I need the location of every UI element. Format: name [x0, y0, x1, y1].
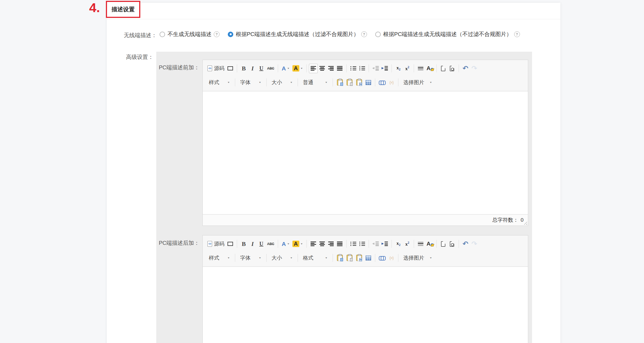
- numbered-list-button[interactable]: [358, 239, 366, 249]
- italic-button[interactable]: I: [248, 239, 257, 249]
- align-left-button[interactable]: [309, 239, 318, 249]
- toolbar-separator: [375, 254, 375, 262]
- radio-icon-selected[interactable]: [228, 32, 233, 37]
- background-color-button[interactable]: A▼: [291, 64, 304, 73]
- align-justify-button[interactable]: [335, 239, 344, 249]
- new-page-button[interactable]: [439, 64, 448, 73]
- undo-button[interactable]: ↶: [461, 239, 470, 249]
- remove-format-button[interactable]: A: [425, 239, 434, 249]
- source-button[interactable]: <>源码: [206, 239, 226, 249]
- editor-toolbar: <>源码 B I U ABC A▼ A▼: [203, 60, 528, 91]
- new-page-button[interactable]: [439, 239, 448, 249]
- font-dropdown[interactable]: 字体▼: [237, 253, 264, 263]
- size-dropdown[interactable]: 大小▼: [269, 253, 295, 263]
- text-color-button[interactable]: A▼: [280, 239, 291, 249]
- paste-text-button[interactable]: [345, 78, 354, 87]
- size-dropdown[interactable]: 大小▼: [269, 78, 295, 87]
- editor-content-area[interactable]: [203, 267, 528, 343]
- superscript-button[interactable]: x2: [403, 64, 412, 73]
- editor-toolbar: <>源码 B I U ABC A▼ A▼: [203, 235, 528, 267]
- help-icon[interactable]: ?: [361, 31, 367, 37]
- paste-button[interactable]: [335, 253, 345, 263]
- toolbar-separator: [414, 64, 414, 72]
- align-center-button[interactable]: [318, 239, 327, 249]
- help-icon[interactable]: ?: [214, 31, 220, 37]
- radio-icon[interactable]: [375, 32, 381, 37]
- preview-button[interactable]: [448, 64, 456, 73]
- indent-button[interactable]: [380, 64, 389, 73]
- bold-button[interactable]: B: [239, 239, 248, 249]
- maximize-icon: [228, 242, 233, 246]
- style-dropdown[interactable]: 样式▼: [206, 78, 233, 87]
- paragraph-format-dropdown[interactable]: 普通▼: [300, 78, 330, 87]
- unlink-button[interactable]: (×): [387, 253, 396, 263]
- italic-button[interactable]: I: [248, 64, 257, 73]
- paragraph-format-dropdown[interactable]: 格式▼: [300, 253, 330, 263]
- style-dropdown[interactable]: 样式▼: [206, 253, 233, 263]
- strikethrough-button[interactable]: ABC: [266, 64, 276, 73]
- link-button[interactable]: [377, 78, 387, 87]
- radio-label: 不生成无线端描述: [168, 31, 212, 38]
- font-dropdown[interactable]: 字体▼: [237, 78, 264, 87]
- chevron-down-icon: ▼: [325, 257, 328, 259]
- outdent-button[interactable]: [371, 239, 380, 249]
- maximize-button[interactable]: [226, 64, 235, 73]
- redo-button[interactable]: ↷: [470, 239, 479, 249]
- paste-word-button[interactable]: W: [354, 78, 364, 87]
- outdent-icon: [372, 242, 379, 246]
- radio-option-generate-unfiltered[interactable]: 根据PC端描述生成无线端描述（不过滤不合规图片） ?: [375, 31, 520, 38]
- strikethrough-button[interactable]: ABC: [266, 239, 276, 249]
- source-button[interactable]: <>源码: [206, 64, 226, 73]
- horizontal-rule-button[interactable]: [416, 239, 425, 249]
- subscript-button[interactable]: x2: [394, 239, 403, 249]
- paste-icon: [337, 255, 343, 261]
- subscript-button[interactable]: x2: [394, 64, 403, 73]
- toolbar-separator: [436, 64, 437, 72]
- paste-text-button[interactable]: [345, 253, 354, 263]
- maximize-button[interactable]: [226, 239, 235, 249]
- chevron-down-icon: ▼: [259, 81, 261, 83]
- numbered-list-icon: [359, 242, 365, 246]
- align-justify-button[interactable]: [335, 64, 344, 73]
- numbered-list-button[interactable]: [358, 64, 366, 73]
- unlink-button[interactable]: (×): [387, 78, 396, 87]
- radio-option-generate-filtered[interactable]: 根据PC端描述生成无线端描述（过滤不合规图片） ?: [228, 31, 367, 38]
- bold-button[interactable]: B: [239, 64, 248, 73]
- bulleted-list-button[interactable]: [349, 239, 358, 249]
- rich-text-editor-prepend: <>源码 B I U ABC A▼ A▼: [202, 60, 528, 226]
- background-color-button[interactable]: A▼: [291, 239, 304, 249]
- editor-content-area[interactable]: [203, 91, 528, 214]
- underline-button[interactable]: U: [257, 64, 266, 73]
- paste-from-word-icon: W: [356, 255, 362, 261]
- align-center-button[interactable]: [318, 64, 327, 73]
- radio-option-no-wireless[interactable]: 不生成无线端描述 ?: [160, 31, 220, 38]
- align-right-button[interactable]: [327, 239, 335, 249]
- indent-button[interactable]: [380, 239, 389, 249]
- align-right-button[interactable]: [327, 64, 335, 73]
- superscript-button[interactable]: x2: [403, 239, 412, 249]
- text-color-button[interactable]: A▼: [280, 64, 291, 73]
- bulleted-list-button[interactable]: [349, 64, 358, 73]
- table-button[interactable]: [364, 253, 373, 263]
- paste-button[interactable]: [335, 78, 345, 87]
- select-image-dropdown[interactable]: 选择图片▼: [401, 78, 435, 87]
- redo-button[interactable]: ↷: [470, 64, 479, 73]
- align-right-icon: [328, 242, 334, 246]
- underline-button[interactable]: U: [257, 239, 266, 249]
- radio-icon[interactable]: [160, 32, 165, 37]
- help-icon[interactable]: ?: [514, 31, 520, 37]
- link-button[interactable]: [377, 253, 387, 263]
- preview-button[interactable]: [448, 239, 456, 249]
- table-button[interactable]: [364, 78, 373, 87]
- chevron-down-icon: ▼: [429, 257, 432, 259]
- select-image-dropdown[interactable]: 选择图片▼: [401, 253, 435, 263]
- toolbar-separator: [346, 64, 347, 72]
- pc-description-append-label: PC端描述后加：: [156, 239, 199, 247]
- align-left-button[interactable]: [309, 64, 318, 73]
- undo-button[interactable]: ↶: [461, 64, 470, 73]
- horizontal-rule-button[interactable]: [416, 64, 425, 73]
- outdent-button[interactable]: [371, 64, 380, 73]
- resize-handle[interactable]: [524, 221, 527, 225]
- paste-word-button[interactable]: W: [354, 253, 364, 263]
- remove-format-button[interactable]: A: [425, 64, 434, 73]
